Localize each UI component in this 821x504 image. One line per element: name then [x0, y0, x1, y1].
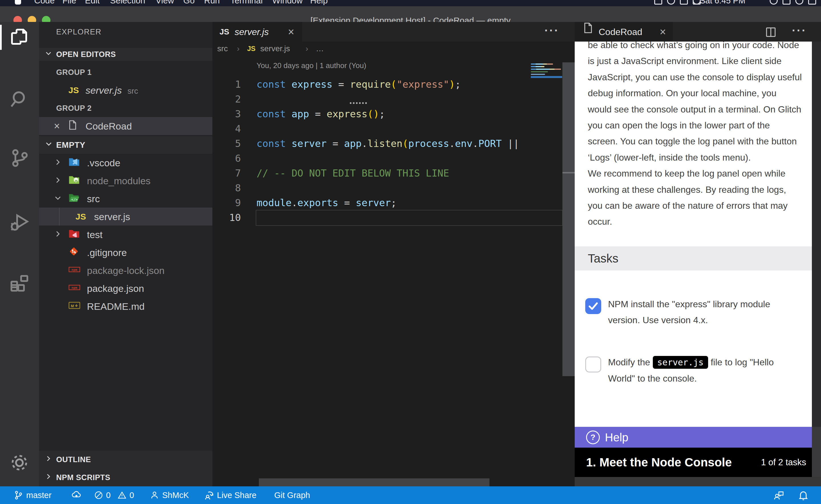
breadcrumb-item[interactable]: server.js	[260, 44, 290, 53]
npm-icon: npm	[68, 283, 80, 294]
feedback-button[interactable]	[773, 486, 785, 504]
chevron-right-icon	[45, 455, 52, 464]
menu-item-selection[interactable]: Selection	[110, 0, 145, 5]
tree-item-vscode[interactable]: .vscode	[39, 154, 213, 172]
breadcrumb: src›JSserver.js›…	[213, 42, 562, 56]
open-editor-item-server.js[interactable]: JSserver.jssrc	[39, 81, 213, 99]
live-share-icon	[204, 490, 214, 500]
minimap-current-line	[531, 76, 562, 78]
lesson-footer[interactable]: 1. Meet the Node Console 1 of 2 tasks	[575, 448, 812, 477]
breadcrumb-item[interactable]: …	[316, 44, 324, 53]
line-number: 10	[213, 210, 241, 225]
menu-item-terminal[interactable]: Terminal	[230, 0, 263, 5]
tree-item-package-lockjson[interactable]: npmpackage-lock.json	[39, 261, 213, 279]
line-number: 2	[213, 92, 241, 106]
help-icon: ?	[586, 431, 600, 444]
notifications-bell-button[interactable]	[798, 486, 809, 504]
inline-code-chip: server.js	[653, 356, 708, 369]
menu-item-run[interactable]: Run	[204, 0, 220, 5]
vscode-window: CodeFileEditSelectionViewGoRunTerminalWi…	[0, 0, 821, 504]
section-folder-empty[interactable]: EMPTY	[39, 136, 213, 154]
node-folder-icon: JS	[68, 175, 80, 187]
chevron-right-icon	[54, 229, 62, 240]
line-number: 1	[213, 77, 241, 92]
menu-item-help[interactable]: Help	[310, 0, 328, 5]
menu-item-file[interactable]: File	[62, 0, 76, 5]
code-line-7: // -- DO NOT EDIT BELOW THIS LINE	[257, 166, 531, 181]
source-control-icon[interactable]	[9, 148, 30, 168]
tree-item-packagejson[interactable]: npmpackage.json	[39, 279, 213, 297]
webview-scrollbar[interactable]	[812, 42, 821, 427]
close-tab-icon[interactable]: ×	[660, 26, 666, 38]
macos-menu-bar: CodeFileEditSelectionViewGoRunTerminalWi…	[0, 0, 821, 6]
codelens-annotation[interactable]: You, 20 days ago | 1 author (You)	[257, 61, 366, 70]
menu-item-go[interactable]: Go	[183, 0, 195, 5]
menubar-clock[interactable]: Sat 6:45 PM	[700, 0, 746, 5]
svg-text:JS: JS	[74, 179, 78, 183]
help-section[interactable]: ? Help	[575, 427, 812, 448]
open-editors-group[interactable]: GROUP 2	[39, 99, 213, 117]
task-checkbox-unchecked[interactable]	[585, 357, 601, 372]
svg-text:</>: </>	[71, 198, 77, 202]
tree-item-src[interactable]: </>src	[39, 190, 213, 208]
active-view-indicator	[0, 25, 2, 50]
menu-item-code[interactable]: Code	[34, 0, 55, 5]
minimap[interactable]	[531, 58, 562, 218]
sync-changes-button[interactable]	[71, 486, 81, 504]
git-graph-button[interactable]: Git Graph	[274, 486, 310, 504]
current-line-highlight	[256, 210, 563, 226]
tree-item-test[interactable]: test	[39, 226, 213, 243]
tab-coderoad[interactable]: CodeRoad ×	[575, 22, 673, 42]
account-button[interactable]: ShMcK	[150, 486, 189, 504]
section-open-editors[interactable]: OPEN EDITORS	[39, 48, 213, 61]
file-icon	[68, 120, 77, 132]
errors-warnings-button[interactable]: 0 0	[94, 486, 134, 504]
status-bar: master 0 0 ShMcK Live Share Git Graph	[0, 486, 821, 504]
split-editor-icon[interactable]	[765, 26, 777, 39]
menu-item-view[interactable]: View	[156, 0, 174, 5]
breadcrumb-item[interactable]: src	[217, 44, 228, 53]
tab-server-js[interactable]: JS server.js ×	[213, 22, 302, 42]
section-npm-scripts[interactable]: NPM SCRIPTS	[39, 468, 213, 486]
run-debug-icon[interactable]	[9, 212, 30, 232]
close-tab-icon[interactable]: ×	[288, 26, 294, 38]
explorer-icon[interactable]	[9, 27, 30, 47]
close-editor-icon[interactable]: ×	[54, 120, 60, 132]
line-number: 9	[213, 195, 241, 210]
tree-item-gitignore[interactable]: .gitignore	[39, 243, 213, 261]
more-actions-icon[interactable]: ···	[792, 24, 807, 37]
tree-item-readmemd[interactable]: MREADME.md	[39, 297, 213, 315]
chevron-right-icon	[54, 157, 62, 168]
open-editors-group[interactable]: GROUP 1	[39, 63, 213, 81]
task-checkbox-checked[interactable]	[585, 298, 601, 314]
live-share-button[interactable]: Live Share	[204, 486, 257, 504]
person-icon	[150, 490, 159, 500]
section-outline[interactable]: OUTLINE	[39, 451, 213, 468]
coderoad-panel: CodeRoad × ··· be able to check what’s g…	[575, 22, 821, 486]
editor-actions-icon[interactable]: ···	[544, 24, 559, 37]
error-icon	[94, 491, 103, 500]
vertical-scrollbar[interactable]	[562, 62, 575, 376]
horizontal-scrollbar[interactable]	[259, 478, 489, 486]
coderoad-webview: be able to check what’s going on in your…	[575, 42, 812, 427]
line-number: 4	[213, 121, 241, 136]
publish-icon	[71, 490, 81, 500]
menu-item-window[interactable]: Window	[272, 0, 303, 5]
file-icon	[583, 22, 593, 36]
breadcrumb-separator: ›	[306, 44, 308, 53]
tree-item-node_modules[interactable]: JSnode_modules	[39, 172, 213, 190]
extensions-icon[interactable]	[9, 273, 30, 294]
code-line-1: const express = require("express");	[257, 77, 531, 92]
chevron-right-icon	[45, 473, 52, 482]
apple-logo-icon[interactable]	[15, 0, 21, 5]
breadcrumb-separator: ›	[237, 44, 240, 53]
search-icon[interactable]	[9, 89, 30, 110]
line-number: 8	[213, 181, 241, 195]
menu-item-edit[interactable]: Edit	[85, 0, 100, 5]
tree-item-serverjs[interactable]: JSserver.js	[39, 208, 213, 226]
svg-text:npm: npm	[71, 286, 77, 290]
settings-gear-icon[interactable]	[9, 452, 30, 473]
git-branch-button[interactable]: master	[14, 486, 52, 504]
warning-icon	[117, 491, 126, 500]
open-editor-item-coderoad[interactable]: ×CodeRoad	[39, 117, 213, 135]
